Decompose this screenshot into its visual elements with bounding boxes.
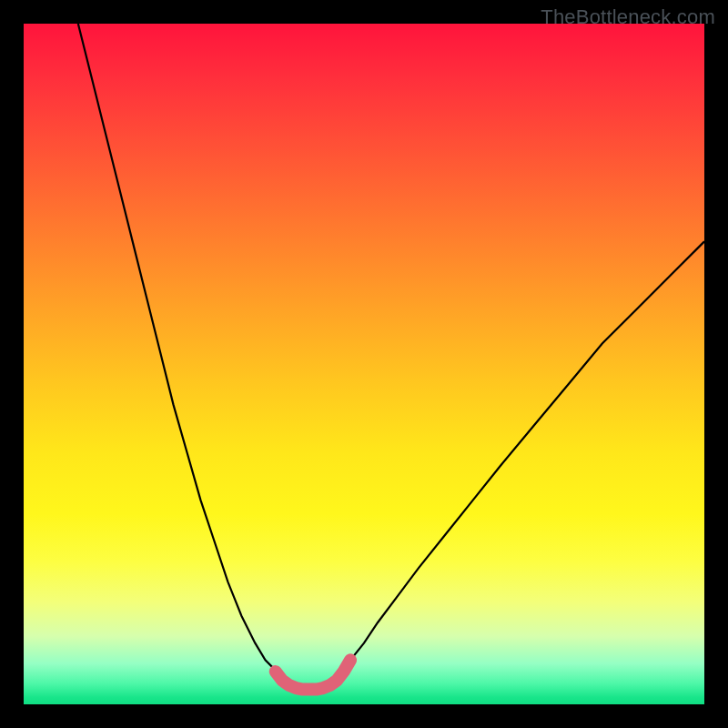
curves-svg — [24, 24, 704, 704]
watermark-text: TheBottleneck.com — [541, 5, 715, 29]
curve-right — [344, 241, 704, 669]
plot-area — [24, 24, 704, 704]
curve-valley — [276, 660, 350, 689]
curve-left — [78, 24, 282, 676]
chart-frame: TheBottleneck.com — [0, 0, 728, 728]
